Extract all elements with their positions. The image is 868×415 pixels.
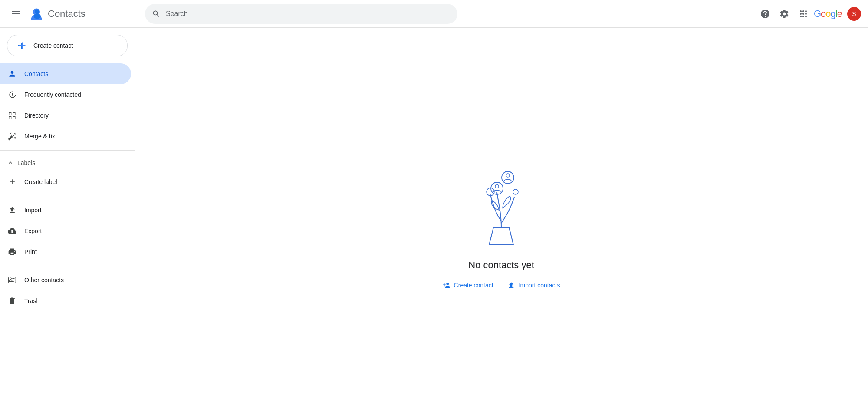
app-title: Contacts <box>48 8 85 20</box>
svg-point-3 <box>34 13 41 19</box>
google-apps-button[interactable] <box>795 5 812 23</box>
sidebar-item-export[interactable]: Export <box>0 221 131 241</box>
user-avatar[interactable]: S <box>847 7 861 21</box>
no-contacts-text: No contacts yet <box>468 260 534 271</box>
chevron-up-icon <box>7 159 14 166</box>
svg-point-7 <box>495 184 499 188</box>
labels-section-header[interactable]: Labels <box>0 154 135 171</box>
divider-2 <box>0 196 135 196</box>
sidebar-item-other-contacts[interactable]: Other contacts <box>0 270 131 290</box>
svg-point-2 <box>35 9 39 14</box>
sidebar-item-merge-fix-label: Merge & fix <box>24 133 55 140</box>
menu-button[interactable] <box>7 5 24 23</box>
sidebar-item-import-label: Import <box>24 207 42 214</box>
help-button[interactable] <box>756 5 774 23</box>
cloud-upload-icon <box>7 227 17 235</box>
sidebar-item-trash-label: Trash <box>24 297 39 304</box>
divider-3 <box>0 266 135 266</box>
main-content: No contacts yet Create contact Import co… <box>135 28 868 415</box>
sidebar-item-other-contacts-label: Other contacts <box>24 277 64 283</box>
search-input[interactable] <box>166 10 450 18</box>
import-contacts-link-label: Import contacts <box>519 282 560 289</box>
import-contacts-link-icon <box>507 281 515 289</box>
svg-point-8 <box>502 171 514 184</box>
app-logo: Contacts <box>29 6 85 22</box>
person-icon <box>7 69 17 78</box>
sidebar-item-print-label: Print <box>24 248 37 255</box>
body: Create contact Contacts Frequently conta… <box>0 28 868 415</box>
create-contact-link-icon <box>443 281 450 289</box>
sidebar-item-contacts-label: Contacts <box>24 70 48 77</box>
create-contact-link[interactable]: Create contact <box>443 281 493 289</box>
plus-icon <box>16 40 28 51</box>
upload-icon <box>7 206 17 214</box>
sidebar-item-directory-label: Directory <box>24 112 49 119</box>
trash-icon <box>7 296 17 305</box>
grid-icon <box>7 111 17 120</box>
search-bar <box>145 4 457 24</box>
header: Contacts Google S <box>0 0 868 28</box>
create-label-label: Create label <box>24 178 57 185</box>
sidebar-item-frequently-contacted[interactable]: Frequently contacted <box>0 84 131 105</box>
add-icon <box>7 178 17 186</box>
header-right: Google S <box>756 5 861 23</box>
sidebar-item-frequently-contacted-label: Frequently contacted <box>24 91 81 98</box>
sidebar-item-trash[interactable]: Trash <box>0 290 131 311</box>
history-icon <box>7 90 17 99</box>
svg-point-11 <box>513 189 518 194</box>
sidebar: Create contact Contacts Frequently conta… <box>0 28 135 415</box>
google-logo-text: Google <box>814 8 842 20</box>
create-contact-button[interactable]: Create contact <box>7 35 128 56</box>
settings-button[interactable] <box>776 5 793 23</box>
sidebar-item-import[interactable]: Import <box>0 200 131 221</box>
sidebar-item-directory[interactable]: Directory <box>0 105 131 126</box>
empty-illustration <box>458 154 545 249</box>
divider-1 <box>0 150 135 151</box>
print-icon <box>7 247 17 256</box>
header-left: Contacts <box>7 5 141 23</box>
contacts-logo-icon <box>29 6 44 22</box>
sidebar-item-print[interactable]: Print <box>0 241 131 262</box>
create-contact-label: Create contact <box>33 42 73 49</box>
auto-fix-icon <box>7 132 17 141</box>
svg-point-9 <box>506 174 510 177</box>
other-contacts-icon <box>7 276 17 284</box>
labels-section-label: Labels <box>17 159 35 166</box>
sidebar-item-export-label: Export <box>24 227 42 234</box>
create-contact-link-label: Create contact <box>454 282 493 289</box>
sidebar-item-contacts[interactable]: Contacts <box>0 63 131 84</box>
sidebar-item-merge-fix[interactable]: Merge & fix <box>0 126 131 147</box>
search-icon <box>152 10 161 18</box>
create-label-button[interactable]: Create label <box>0 171 131 192</box>
action-links: Create contact Import contacts <box>443 281 560 289</box>
import-contacts-link[interactable]: Import contacts <box>507 281 560 289</box>
